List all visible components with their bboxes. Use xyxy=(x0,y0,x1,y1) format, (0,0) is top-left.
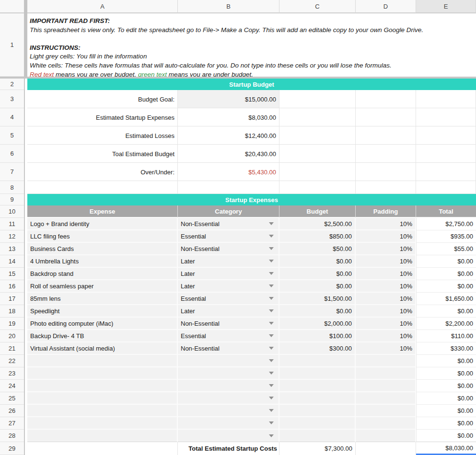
cell-padding[interactable] xyxy=(356,392,416,405)
cell-empty[interactable] xyxy=(27,181,178,194)
cell-category[interactable] xyxy=(178,380,279,392)
cell-padding[interactable] xyxy=(356,430,416,442)
cell-budget[interactable]: $100.00 xyxy=(279,330,356,342)
cell-total[interactable]: $0.00 xyxy=(416,405,476,417)
cell-empty[interactable] xyxy=(356,442,416,455)
row-header-12[interactable]: 12 xyxy=(0,230,24,243)
cell-total[interactable]: $2,200.00 xyxy=(416,318,476,330)
column-header-d[interactable]: D xyxy=(356,0,416,13)
cell-empty[interactable] xyxy=(416,163,476,181)
cell-total-budget-label[interactable]: Toal Estimated Budget xyxy=(27,145,178,163)
cell-total[interactable]: $0.00 xyxy=(416,367,476,380)
row-header-22[interactable]: 22 xyxy=(0,355,24,367)
row-header-11[interactable]: 11 xyxy=(0,218,24,230)
row-header-8[interactable]: 8 xyxy=(0,181,24,194)
row-header-18[interactable]: 18 xyxy=(0,305,24,318)
cell-category[interactable]: Later xyxy=(178,280,279,293)
cell-empty[interactable] xyxy=(416,126,476,145)
dropdown-arrow-icon[interactable] xyxy=(269,434,274,437)
cell-padding[interactable]: 10% xyxy=(356,243,416,255)
dropdown-arrow-icon[interactable] xyxy=(269,409,274,412)
cell-total[interactable]: $0.00 xyxy=(416,305,476,318)
cell-category[interactable]: Later xyxy=(178,255,279,268)
dropdown-arrow-icon[interactable] xyxy=(269,222,274,225)
cell-total[interactable]: $0.00 xyxy=(416,268,476,280)
cell-category[interactable]: Later xyxy=(178,305,279,318)
cell-category[interactable]: Essential xyxy=(178,293,279,305)
cell-total[interactable]: $1,650.00 xyxy=(416,293,476,305)
cell-padding[interactable]: 10% xyxy=(356,268,416,280)
cell-budget[interactable]: $0.00 xyxy=(279,255,356,268)
cell-total[interactable]: $0.00 xyxy=(416,380,476,392)
cell-expense[interactable] xyxy=(27,417,178,430)
header-category[interactable]: Category xyxy=(178,205,279,218)
row-header-28[interactable]: 28 xyxy=(0,430,24,442)
cell-budget[interactable] xyxy=(279,430,356,442)
row-header-19[interactable]: 19 xyxy=(0,318,24,330)
dropdown-arrow-icon[interactable] xyxy=(269,347,274,350)
cell-empty[interactable] xyxy=(279,181,356,194)
row-header-15[interactable]: 15 xyxy=(0,268,24,280)
cell-total-budget-value[interactable]: $20,430.00 xyxy=(178,145,279,163)
cell-estimated-losses-label[interactable]: Estimated Losses xyxy=(27,126,178,145)
dropdown-arrow-icon[interactable] xyxy=(269,372,274,375)
dropdown-arrow-icon[interactable] xyxy=(269,397,274,399)
row-header-14[interactable]: 14 xyxy=(0,255,24,268)
row-header-25[interactable]: 25 xyxy=(0,392,24,405)
cell-total[interactable]: $0.00 xyxy=(416,417,476,430)
cell-category[interactable]: Non-Essential xyxy=(178,243,279,255)
cell-expense[interactable] xyxy=(27,380,178,392)
dropdown-arrow-icon[interactable] xyxy=(269,272,274,275)
dropdown-arrow-icon[interactable] xyxy=(269,235,274,238)
header-budget[interactable]: Budget xyxy=(279,205,356,218)
row-header-20[interactable]: 20 xyxy=(0,330,24,342)
row-header-29[interactable]: 29 xyxy=(0,442,24,455)
cell-grand-total[interactable]: $8,030.00 xyxy=(416,442,476,455)
cell-category[interactable] xyxy=(178,430,279,442)
cell-empty[interactable] xyxy=(356,126,416,145)
cell-budget[interactable]: $1,500.00 xyxy=(279,293,356,305)
cell-expense[interactable] xyxy=(27,430,178,442)
cell-empty[interactable] xyxy=(178,181,279,194)
cell-padding[interactable]: 10% xyxy=(356,293,416,305)
cell-empty[interactable] xyxy=(416,181,476,194)
dropdown-arrow-icon[interactable] xyxy=(269,322,274,325)
cell-total[interactable]: $935.00 xyxy=(416,230,476,243)
header-padding[interactable]: Padding xyxy=(356,205,416,218)
cell-expense[interactable]: Backdrop stand xyxy=(27,268,178,280)
cell-budget[interactable]: $0.00 xyxy=(279,280,356,293)
cell-over-under-value[interactable]: $5,430.00 xyxy=(178,163,279,181)
cell-startup-expenses-value[interactable]: $8,030.00 xyxy=(178,108,279,126)
cell-total[interactable]: $0.00 xyxy=(416,280,476,293)
row-header-24[interactable]: 24 xyxy=(0,380,24,392)
cell-expense[interactable]: 85mm lens xyxy=(27,293,178,305)
cell-total[interactable]: $0.00 xyxy=(416,392,476,405)
startup-expenses-banner[interactable]: Startup Expenses xyxy=(27,194,476,205)
cell-category[interactable] xyxy=(178,417,279,430)
startup-budget-banner[interactable]: Startup Budget xyxy=(27,79,476,90)
row-header-1[interactable]: 1 xyxy=(0,13,24,77)
cell-budget[interactable]: $300.00 xyxy=(279,342,356,355)
cell-empty[interactable] xyxy=(416,90,476,108)
cell-budget-total[interactable]: $7,300.00 xyxy=(279,442,356,455)
cell-expense[interactable] xyxy=(27,355,178,367)
row-header-17[interactable]: 17 xyxy=(0,293,24,305)
column-header-c[interactable]: C xyxy=(279,0,356,13)
row-header-27[interactable]: 27 xyxy=(0,417,24,430)
cell-padding[interactable] xyxy=(356,405,416,417)
cell-expense[interactable]: Roll of seamless paper xyxy=(27,280,178,293)
cell-padding[interactable] xyxy=(356,380,416,392)
cell-category[interactable]: Non-Essential xyxy=(178,342,279,355)
cell-budget[interactable]: $2,500.00 xyxy=(279,218,356,230)
row-header-13[interactable]: 13 xyxy=(0,243,24,255)
dropdown-arrow-icon[interactable] xyxy=(269,334,274,337)
header-expense[interactable]: Expense xyxy=(27,205,178,218)
row-header-4[interactable]: 4 xyxy=(0,108,24,126)
cell-estimated-losses-value[interactable]: $12,400.00 xyxy=(178,126,279,145)
row-header-16[interactable]: 16 xyxy=(0,280,24,293)
cell-empty[interactable] xyxy=(356,181,416,194)
cell-expense[interactable]: LLC filing fees xyxy=(27,230,178,243)
cell-budget[interactable]: $50.00 xyxy=(279,243,356,255)
cell-total[interactable]: $0.00 xyxy=(416,430,476,442)
cell-padding[interactable]: 10% xyxy=(356,330,416,342)
